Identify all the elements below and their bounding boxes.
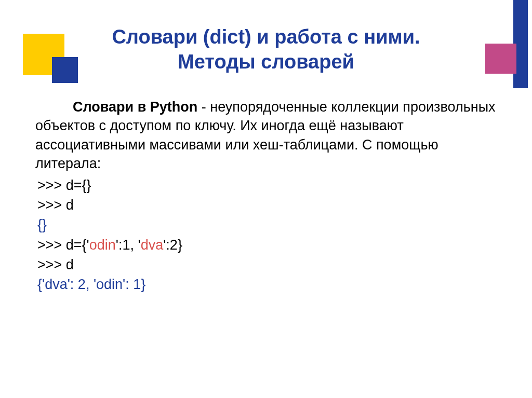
code-line-4: >>> d={'odin':1, 'dva':2} (35, 235, 501, 255)
code-l4-c: ':1, ' (116, 237, 141, 253)
intro-paragraph: Словари в Python - неупорядоченные колле… (35, 98, 501, 173)
code-line-5: >>> d (35, 255, 501, 275)
code-l4-a: >>> d={' (37, 237, 89, 253)
slide-body: Словари в Python - неупорядоченные колле… (35, 98, 501, 295)
slide-title: Словари (dict) и работа с ними. Методы с… (0, 25, 532, 74)
code-line-1: >>> d={} (35, 175, 501, 195)
code-line-2: >>> d (35, 195, 501, 215)
code-l4-e: ':2} (163, 237, 182, 253)
code-l4-b: odin (89, 237, 116, 253)
code-line-6: {'dva': 2, 'odin': 1} (35, 275, 501, 294)
code-line-3: {} (35, 215, 501, 235)
code-l4-d: dva (141, 237, 164, 253)
intro-strong: Словари в Python (73, 99, 197, 115)
slide: Словари (dict) и работа с ними. Методы с… (0, 0, 532, 398)
title-line-1: Словари (dict) и работа с ними. (0, 25, 532, 50)
title-line-2: Методы словарей (0, 50, 532, 75)
